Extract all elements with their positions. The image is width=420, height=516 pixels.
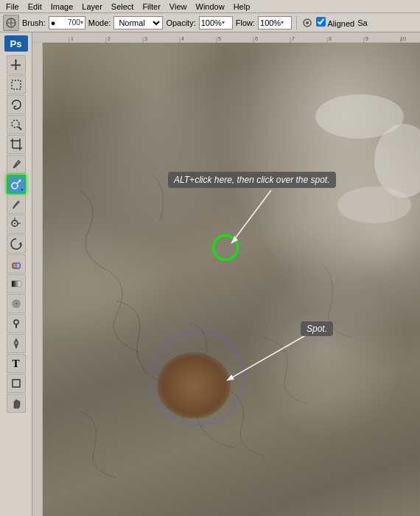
ruler-top: 1 2 3 4 5 6 7 8 9 10 <box>32 32 420 43</box>
blur-icon <box>10 297 23 310</box>
svg-text:2: 2 <box>108 36 111 41</box>
brush-dropdown-arrow: ▾ <box>80 19 83 26</box>
svg-text:6: 6 <box>255 36 258 41</box>
annotation-text-1: ALT+click here, then click over the spot… <box>174 175 330 185</box>
brush-preview: ● <box>51 18 68 27</box>
annotation-box-2: Spot. <box>301 321 333 336</box>
clone-icon <box>10 217 23 231</box>
brush-picker[interactable]: ● 700 ▾ <box>49 16 85 29</box>
options-separator <box>296 15 297 30</box>
tool-dodge[interactable] <box>7 314 26 333</box>
menu-image[interactable]: Image <box>46 1 78 12</box>
sample-label: Sa <box>357 18 367 27</box>
tool-quick-select[interactable] <box>7 115 26 134</box>
canvas-area[interactable]: ALT+click here, then click over the spot… <box>43 43 420 516</box>
text-icon: T <box>12 358 19 370</box>
opacity-input[interactable]: 100% ▾ <box>199 16 233 29</box>
tool-lasso[interactable] <box>7 95 26 114</box>
tool-arrow: ▸ <box>21 186 24 192</box>
eraser-icon <box>10 257 23 271</box>
svg-text:4: 4 <box>181 36 184 41</box>
tool-shape[interactable] <box>7 374 26 393</box>
tool-blur[interactable] <box>7 294 26 313</box>
menu-layer[interactable]: Layer <box>77 1 107 12</box>
svg-rect-6 <box>12 80 21 89</box>
brush-size: 700 <box>68 18 80 27</box>
svg-line-8 <box>18 127 21 130</box>
airbrush-icon[interactable] <box>301 17 313 29</box>
svg-rect-31 <box>13 380 20 387</box>
svg-point-16 <box>18 180 21 182</box>
annotation-text-2: Spot. <box>307 324 327 334</box>
rect-select-icon <box>10 78 23 91</box>
svg-marker-5 <box>10 59 21 70</box>
svg-point-14 <box>12 183 18 189</box>
svg-rect-24 <box>12 281 21 287</box>
mode-select[interactable]: Normal Replace Multiply <box>113 16 163 29</box>
svg-text:7: 7 <box>292 36 295 41</box>
menu-window[interactable]: Window <box>192 1 229 12</box>
brush-icon <box>10 198 23 211</box>
svg-marker-21 <box>19 242 21 246</box>
spot-rock <box>157 352 231 419</box>
tool-eraser[interactable] <box>7 254 26 273</box>
history-brush-icon <box>10 237 23 251</box>
canvas-bg <box>43 43 420 516</box>
left-toolbar: Ps <box>0 32 32 516</box>
tool-clone[interactable] <box>7 215 26 234</box>
tool-move[interactable] <box>7 55 26 74</box>
ps-logo: Ps <box>4 35 28 52</box>
aligned-label[interactable]: Aligned <box>316 17 354 28</box>
ruler-left <box>32 43 43 516</box>
menu-filter[interactable]: Filter <box>138 1 164 12</box>
flow-input[interactable]: 100% ▾ <box>258 16 292 29</box>
main-area: Ps <box>0 32 420 516</box>
brush-label: Brush: <box>22 18 46 27</box>
tool-icon[interactable] <box>3 15 19 31</box>
tool-gradient[interactable] <box>7 274 26 293</box>
options-bar: Brush: ● 700 ▾ Mode: Normal Replace Mult… <box>0 13 420 32</box>
mode-label: Mode: <box>88 18 111 27</box>
menu-file[interactable]: File <box>1 1 24 12</box>
menu-bar: File Edit Image Layer Select Filter View… <box>0 0 420 13</box>
tool-rect-select[interactable] <box>7 75 26 94</box>
canvas-image: ALT+click here, then click over the spot… <box>43 43 420 516</box>
menu-select[interactable]: Select <box>107 1 139 12</box>
aligned-checkbox[interactable] <box>316 17 326 27</box>
svg-rect-23 <box>16 263 20 268</box>
svg-text:9: 9 <box>365 36 368 41</box>
opacity-label: Opacity: <box>166 18 195 27</box>
hand-icon <box>10 397 23 410</box>
svg-point-18 <box>14 223 15 224</box>
dodge-icon <box>10 317 23 330</box>
svg-point-30 <box>15 342 17 344</box>
tool-eyedropper[interactable] <box>7 155 26 174</box>
opacity-value: 100% <box>201 18 222 27</box>
flow-label: Flow: <box>236 18 255 27</box>
tool-hand[interactable] <box>7 394 26 413</box>
tool-crop[interactable] <box>7 135 26 154</box>
opacity-arrow: ▾ <box>222 19 225 26</box>
tool-history-brush[interactable] <box>7 234 26 254</box>
flow-arrow: ▾ <box>281 19 284 26</box>
tool-text[interactable]: T <box>7 354 26 373</box>
tool-spot-heal[interactable]: ▸ <box>7 175 26 194</box>
menu-help[interactable]: Help <box>229 1 255 12</box>
crop-icon <box>10 138 23 151</box>
svg-text:8: 8 <box>329 36 332 41</box>
tool-brush[interactable] <box>7 195 26 214</box>
svg-rect-54 <box>32 43 43 516</box>
svg-text:10: 10 <box>400 36 406 41</box>
ruler-top-svg: 1 2 3 4 5 6 7 8 9 10 <box>32 32 420 43</box>
flow-value: 100% <box>260 18 281 27</box>
menu-edit[interactable]: Edit <box>24 1 46 12</box>
svg-text:5: 5 <box>218 36 221 41</box>
svg-point-27 <box>15 303 17 305</box>
pen-icon <box>10 337 23 350</box>
menu-view[interactable]: View <box>165 1 192 12</box>
tool-pen[interactable] <box>7 334 26 353</box>
annotation-box-1: ALT+click here, then click over the spot… <box>168 172 336 188</box>
gradient-icon <box>10 277 23 290</box>
shape-icon <box>10 377 23 390</box>
canvas-container: 1 2 3 4 5 6 7 8 9 10 <box>32 32 420 516</box>
